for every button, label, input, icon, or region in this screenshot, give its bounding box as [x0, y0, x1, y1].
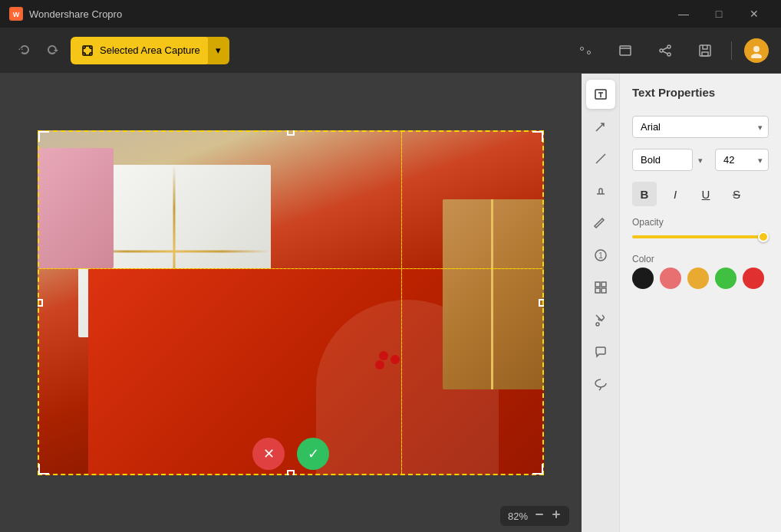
- opacity-slider-container: [632, 231, 769, 243]
- italic-button[interactable]: I: [663, 182, 687, 206]
- canvas-image-container: ✕ ✓: [38, 130, 544, 475]
- color-swatch-red[interactable]: [743, 268, 764, 289]
- toolbar-divider: [731, 41, 732, 60]
- pen-tool-button[interactable]: [586, 209, 615, 238]
- blur-tool-button[interactable]: [586, 273, 615, 302]
- app-title: Wondershare Cropro: [29, 8, 122, 20]
- font-family-select[interactable]: Arial Helvetica Times New Roman Georgia: [632, 116, 769, 138]
- opacity-section: Opacity: [632, 217, 769, 243]
- svg-text:W: W: [13, 11, 20, 18]
- color-label: Color: [632, 254, 769, 264]
- line-tool-button[interactable]: [586, 144, 615, 173]
- right-panel: 1 Text Properties: [582, 74, 781, 532]
- properties-panel: Text Properties Arial Helvetica Times Ne…: [620, 74, 781, 532]
- color-swatch-green[interactable]: [715, 268, 737, 289]
- svg-rect-7: [700, 45, 710, 56]
- svg-rect-18: [601, 282, 606, 287]
- redo-button[interactable]: [40, 38, 64, 63]
- window-button[interactable]: [611, 37, 639, 64]
- panel-title: Text Properties: [632, 86, 769, 99]
- opacity-label: Opacity: [632, 217, 769, 228]
- font-style-select[interactable]: Bold Regular Italic Bold Italic: [632, 149, 693, 171]
- underline-button[interactable]: U: [694, 182, 718, 206]
- svg-rect-19: [595, 288, 600, 293]
- font-style-wrapper: Bold Regular Italic Bold Italic: [632, 149, 709, 171]
- zoom-controls: 82%: [500, 506, 569, 526]
- title-bar: W Wondershare Cropro — □ ✕: [0, 0, 781, 28]
- capture-button[interactable]: Selected Area Capture: [71, 37, 211, 64]
- confirm-button[interactable]: ✓: [297, 438, 329, 470]
- color-swatches: [632, 268, 769, 289]
- strikethrough-button[interactable]: S: [724, 182, 749, 206]
- close-button[interactable]: ✕: [737, 0, 772, 28]
- stamp-tool-button[interactable]: [586, 176, 615, 205]
- bold-button[interactable]: B: [632, 182, 657, 206]
- text-tool-button[interactable]: [586, 80, 615, 109]
- svg-rect-20: [601, 288, 606, 293]
- svg-point-6: [667, 53, 671, 56]
- arrow-tool-button[interactable]: [586, 112, 615, 141]
- capture-dropdown-button[interactable]: ▾: [208, 37, 229, 64]
- lasso-tool-button[interactable]: [586, 369, 615, 399]
- svg-rect-3: [620, 46, 631, 55]
- font-size-select[interactable]: 42 12 14 18 24 36 48 72: [715, 149, 769, 171]
- svg-rect-11: [535, 514, 543, 515]
- svg-point-9: [753, 46, 760, 52]
- bottom-controls: ✕ ✓: [38, 432, 544, 475]
- zoom-in-button[interactable]: [551, 509, 562, 523]
- undo-button[interactable]: [12, 38, 37, 63]
- main-content: ✕ ✓ 82%: [0, 74, 781, 532]
- counter-tool-button[interactable]: 1: [586, 241, 615, 270]
- main-toolbar: Selected Area Capture ▾: [0, 28, 781, 74]
- svg-rect-17: [595, 282, 600, 287]
- svg-point-4: [667, 45, 671, 48]
- app-logo: W: [9, 7, 23, 21]
- share-button[interactable]: [651, 37, 679, 64]
- color-section: Color: [632, 254, 769, 289]
- svg-rect-13: [555, 511, 557, 518]
- color-swatch-black[interactable]: [632, 268, 654, 289]
- font-style-row: Bold Regular Italic Bold Italic 42 12 14…: [632, 149, 769, 171]
- cancel-button[interactable]: ✕: [252, 438, 285, 470]
- save-button[interactable]: [691, 37, 719, 64]
- paint-tool-button[interactable]: [586, 305, 615, 334]
- font-family-wrapper: Arial Helvetica Times New Roman Georgia: [632, 116, 769, 138]
- zoom-percentage: 82%: [508, 511, 528, 522]
- maximize-button[interactable]: □: [701, 0, 737, 28]
- font-size-wrapper: 42 12 14 18 24 36 48 72: [715, 149, 769, 171]
- format-buttons-row: B I U S: [632, 182, 769, 206]
- color-swatch-pink[interactable]: [660, 268, 681, 289]
- svg-rect-2: [83, 46, 92, 55]
- zoom-out-button[interactable]: [534, 509, 545, 523]
- canvas-area: ✕ ✓ 82%: [0, 74, 582, 532]
- capture-button-label: Selected Area Capture: [100, 44, 200, 56]
- sidebar-icons: 1: [582, 74, 620, 532]
- avatar[interactable]: [744, 38, 769, 63]
- speech-bubble-tool-button[interactable]: [586, 337, 615, 366]
- svg-point-5: [660, 49, 663, 52]
- scissors-button[interactable]: [572, 37, 599, 64]
- minimize-button[interactable]: —: [666, 0, 701, 28]
- opacity-slider[interactable]: [632, 235, 769, 238]
- svg-text:1: 1: [598, 251, 603, 260]
- color-swatch-yellow[interactable]: [687, 268, 709, 289]
